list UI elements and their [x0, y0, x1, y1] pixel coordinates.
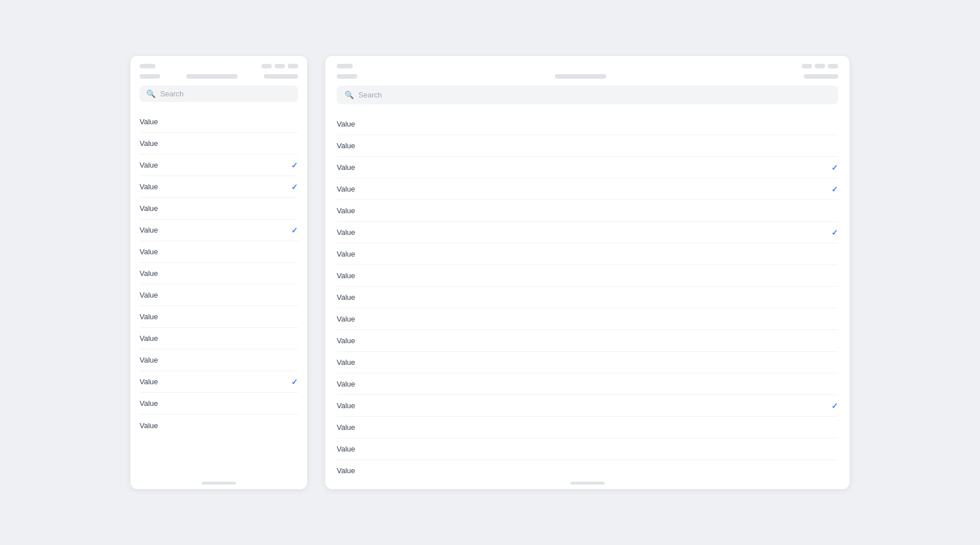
item-label: Value — [337, 250, 355, 258]
list-item[interactable]: Value — [140, 133, 298, 154]
item-label: Value — [337, 120, 355, 128]
item-label: Value — [140, 204, 158, 213]
chrome-dot-1 — [140, 64, 156, 68]
item-label: Value — [337, 401, 355, 410]
scrollbar-hint-small — [202, 482, 236, 485]
list-item[interactable]: Value — [337, 417, 838, 438]
item-label: Value — [140, 117, 158, 126]
list-item[interactable]: Value — [140, 393, 298, 414]
list-item[interactable]: Value — [140, 349, 298, 371]
check-icon: ✓ — [831, 185, 838, 194]
list-item[interactable]: Value✓ — [337, 157, 838, 178]
item-label: Value — [337, 445, 355, 453]
check-icon: ✓ — [291, 377, 298, 387]
scrollbar-hint-large — [570, 482, 605, 485]
list-item[interactable]: Value — [337, 460, 838, 479]
item-label: Value — [140, 356, 158, 364]
chrome-pill-1 — [140, 74, 160, 79]
list-item[interactable]: Value — [337, 200, 838, 222]
item-label: Value — [140, 161, 158, 169]
item-label: Value — [337, 466, 355, 475]
chrome-dot-2 — [262, 64, 272, 68]
item-label: Value — [337, 315, 355, 323]
chrome-dot-4 — [288, 64, 298, 68]
large-list: ValueValueValue✓Value✓ValueValue✓ValueVa… — [325, 109, 850, 479]
item-label: Value — [337, 358, 355, 367]
large-pill-3 — [804, 74, 838, 79]
large-chrome-sub — [325, 68, 850, 79]
list-item[interactable]: Value✓ — [140, 219, 298, 241]
large-pill-2 — [555, 74, 606, 79]
item-label: Value — [337, 423, 355, 432]
item-label: Value — [140, 377, 158, 386]
large-pill-1 — [337, 74, 357, 79]
list-item[interactable]: Value — [140, 263, 298, 284]
item-label: Value — [140, 247, 158, 256]
large-chrome-dot-3 — [815, 64, 825, 68]
check-icon: ✓ — [291, 182, 298, 192]
list-item[interactable]: Value — [140, 284, 298, 306]
list-item[interactable]: Value — [140, 111, 298, 133]
small-search-bar[interactable]: 🔍 Search — [140, 86, 298, 102]
item-label: Value — [337, 163, 355, 172]
list-item[interactable]: Value — [337, 287, 838, 308]
list-item[interactable]: Value — [337, 373, 838, 395]
list-item[interactable]: Value — [140, 414, 298, 436]
large-search-bar[interactable]: 🔍 Search — [337, 86, 838, 104]
large-search-placeholder: Search — [358, 91, 382, 99]
list-item[interactable]: Value✓ — [140, 176, 298, 198]
small-search-placeholder: Search — [160, 90, 183, 98]
small-list: ValueValueValue✓Value✓ValueValue✓ValueVa… — [130, 107, 307, 479]
chrome-sub-row — [140, 74, 298, 79]
chrome-dot-3 — [275, 64, 285, 68]
chrome-left-dots — [140, 64, 156, 68]
item-label: Value — [140, 269, 158, 278]
list-item[interactable]: Value — [337, 308, 838, 330]
large-chrome-right — [802, 64, 838, 68]
list-item[interactable]: Value — [337, 265, 838, 287]
list-item[interactable]: Value — [337, 243, 838, 265]
chrome-pill-2 — [186, 74, 238, 79]
check-icon: ✓ — [831, 163, 838, 172]
item-label: Value — [140, 291, 158, 299]
list-item[interactable]: Value — [337, 438, 838, 460]
item-label: Value — [337, 380, 355, 388]
list-item[interactable]: Value — [140, 328, 298, 349]
list-item[interactable]: Value✓ — [337, 178, 838, 200]
check-icon: ✓ — [291, 161, 298, 170]
item-label: Value — [337, 336, 355, 345]
item-label: Value — [337, 271, 355, 280]
large-chrome-dot-4 — [828, 64, 838, 68]
list-item[interactable]: Value — [337, 135, 838, 157]
large-search-icon: 🔍 — [345, 91, 354, 99]
item-label: Value — [140, 182, 158, 191]
check-icon: ✓ — [831, 401, 838, 410]
item-label: Value — [140, 312, 158, 321]
chrome-right-dots — [262, 64, 298, 68]
large-chrome-dot-1 — [337, 64, 353, 68]
item-label: Value — [337, 185, 355, 193]
list-item[interactable]: Value✓ — [337, 395, 838, 417]
item-label: Value — [337, 141, 355, 150]
check-icon: ✓ — [291, 226, 298, 235]
list-item[interactable]: Value — [140, 306, 298, 328]
item-label: Value — [140, 421, 158, 430]
item-label: Value — [140, 226, 158, 234]
item-label: Value — [337, 293, 355, 302]
large-chrome-dot-2 — [802, 64, 812, 68]
list-item[interactable]: Value — [140, 241, 298, 263]
list-item[interactable]: Value✓ — [337, 222, 838, 243]
list-item[interactable]: Value — [140, 198, 298, 219]
check-icon: ✓ — [831, 228, 838, 237]
list-item[interactable]: Value — [337, 330, 838, 352]
item-label: Value — [140, 334, 158, 343]
large-chrome-top — [325, 56, 850, 68]
large-panel: 🔍 Search ValueValueValue✓Value✓ValueValu… — [325, 56, 850, 489]
chrome-top-row — [140, 64, 298, 68]
list-item[interactable]: Value✓ — [140, 371, 298, 393]
list-item[interactable]: Value — [337, 113, 838, 135]
chrome-pill-3 — [264, 74, 298, 79]
item-label: Value — [140, 399, 158, 408]
list-item[interactable]: Value — [337, 352, 838, 373]
list-item[interactable]: Value✓ — [140, 154, 298, 176]
